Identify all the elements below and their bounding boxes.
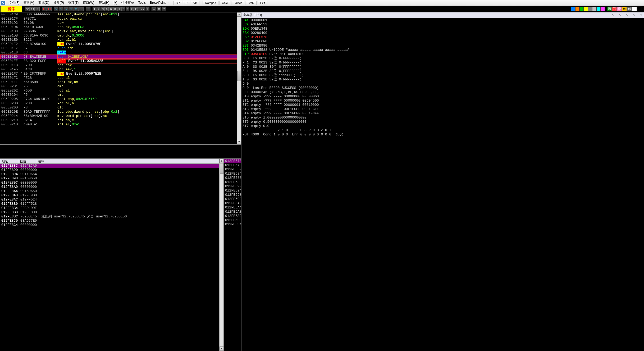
stack-line[interactable]: 012FE598012FE730	[224, 193, 241, 197]
dump-line[interactable]: 012FE8A8012FE9B0	[0, 193, 223, 198]
dump-line[interactable]: 012FE8C003A577E0	[0, 219, 223, 223]
color-palette[interactable]	[571, 7, 605, 11]
stack-pane[interactable]: 012FE57800160650012FE57C012FE62CUNICODE …	[224, 159, 241, 351]
menu-item[interactable]: 窗口(W)	[81, 0, 96, 5]
disasm-line[interactable]: 005E01DB66:81FA C63Ccmp dx,0x3CC6	[0, 34, 241, 38]
menu-button-vb[interactable]: VB	[191, 1, 200, 5]
column-address[interactable]: 地址	[0, 159, 18, 163]
cn-button[interactable]: 爱	[617, 7, 622, 11]
disasm-line[interactable]: 005E01E968 EA1CBD2Epush 0x2EBD1CEA	[0, 55, 241, 59]
toolbar-button-w[interactable]: w	[109, 7, 113, 11]
menu-item[interactable]: BreakPoint->	[148, 0, 171, 5]
dump-line[interactable]: 012FE88C012FECA0	[0, 164, 223, 168]
stack-line[interactable]: 012FE57800160650	[224, 159, 241, 163]
register-line[interactable]: EFL 00000246 (NO,NB,E,BE,NS,PE,GE,LE)	[241, 90, 644, 94]
toolbar-button-h[interactable]: h	[113, 7, 117, 11]
register-line[interactable]: EDI 03435588 UNICODE "aaaaa-aaaaa-aaaaa-…	[241, 48, 644, 52]
disasm-line[interactable]: 005E020B32D8xor bl,al	[0, 101, 241, 106]
chevron-left-icon[interactable]: <	[626, 13, 628, 17]
dump-line[interactable]: 012FE89400110654	[0, 172, 223, 176]
stack-line[interactable]: 012FE588012FEEE0	[224, 176, 241, 180]
stack-line[interactable]: 012FE5A400000000	[224, 206, 241, 210]
step-over-icon[interactable]: ↷	[59, 7, 63, 11]
dump-line[interactable]: 012FE89C00000000	[0, 181, 223, 185]
register-line[interactable]: ST7 empty 0.0	[241, 124, 644, 128]
goto-icon[interactable]: →	[79, 7, 84, 11]
disasm-line[interactable]: 005E01CF0FB7C1movzx eax,cx	[0, 17, 241, 21]
register-line[interactable]: EAX 00000001	[241, 18, 644, 22]
toolbar-button-k[interactable]: k	[126, 7, 130, 11]
disasm-line[interactable]: 005E01D80FB606movzx eax,byte ptr ds:[esi…	[0, 29, 241, 34]
disasm-line[interactable]: 005E021Bc0e0 e1shl al,0xe1	[0, 122, 241, 127]
trace-over-icon[interactable]: ⤷	[69, 7, 74, 11]
menu-button-p[interactable]: P	[183, 1, 190, 5]
cn-button[interactable]: 国	[607, 7, 612, 11]
blank-button[interactable]	[632, 7, 637, 11]
register-line[interactable]: O 0 LastErr ERROR_SUCCESS (00000000)	[241, 86, 644, 90]
register-line[interactable]: P 1 CS 0023 32位 0(FFFFFFFF)	[241, 61, 644, 65]
menu-item[interactable]: 查看(V)	[21, 0, 36, 5]
dump-line[interactable]: 012FE8BC7625BE45返回到 user32.7625BE45 来自 u…	[0, 215, 223, 219]
dump-line[interactable]: 012FE8B8012FE8D8	[0, 210, 223, 215]
scrollbar[interactable]: ▲ ▼	[237, 12, 241, 144]
step-icon[interactable]: ⇥	[86, 7, 90, 11]
toolbar-button-r[interactable]: r	[134, 7, 138, 11]
column-value[interactable]: 数值	[18, 159, 36, 163]
trace-into-icon[interactable]: ⤵	[64, 7, 68, 11]
chevron-left-icon[interactable]: <	[640, 13, 642, 17]
stack-line[interactable]: 012FE5B074C82949返回到 gdi32ful.74C82949 来自…	[224, 218, 241, 222]
toolbar-button-m[interactable]: m	[101, 7, 105, 11]
prev-icon[interactable]: ◄◄	[30, 7, 35, 11]
stack-line[interactable]: 012FE5940337DF00	[224, 189, 241, 193]
menu-button-folder[interactable]: Folder	[231, 1, 244, 5]
registers-pane[interactable]: 寄存器 (FPU) <<<<< EAX 00000001ECX F3EFF553…	[241, 12, 644, 351]
disasm-line[interactable]: 005E0205F7C4 69514E2Ctest esp,0x2C4E5169	[0, 97, 241, 101]
register-line[interactable]: A 0 SS 002B 32位 0(FFFFFFFF)	[241, 65, 644, 69]
disasm-line[interactable]: 005E01C98DB6 FFFFFFFFlea esi,dword ptr d…	[0, 12, 241, 17]
register-line[interactable]: ESP 012FE578	[241, 35, 644, 39]
disasm-line[interactable]: 005E01E757push edi	[0, 46, 241, 51]
disasm-line[interactable]: 005E020E8DAD FEFFFFFFlea ebp,dword ptr s…	[0, 110, 241, 114]
run-till-return-icon[interactable]: ↦	[74, 7, 79, 11]
blank-button[interactable]	[637, 7, 642, 11]
stack-line[interactable]: 012FE58400000030	[224, 172, 241, 176]
toolbar-button-t[interactable]: t	[105, 7, 109, 11]
disasm-line[interactable]: 005E01F3F7D0not eax	[0, 63, 241, 67]
disasm-line[interactable]: 005E0202F6D0not al	[0, 89, 241, 93]
cn-button[interactable]: 破	[622, 7, 627, 11]
dump-pane[interactable]: 地址 数值 注释 012FE88C012FECA0012FE8900000000…	[0, 159, 224, 351]
dump-line[interactable]: 012FE89000000000	[0, 168, 223, 172]
stack-line[interactable]: 012FE59000000001	[224, 184, 241, 189]
dump-line[interactable]: 012FE8A000000000	[0, 185, 223, 189]
disasm-line[interactable]: 005E0219D2E4shl ah,cl	[0, 118, 241, 122]
chevron-left-icon[interactable]: <	[612, 13, 614, 17]
stack-line[interactable]: 012FE5AC00000002	[224, 214, 241, 218]
toolbar-button-...[interactable]: ...	[138, 7, 145, 11]
menu-item[interactable]: Tools	[136, 0, 148, 5]
cn-button[interactable]: 吾	[612, 7, 617, 11]
close-icon[interactable]: ✕	[35, 7, 40, 11]
grid-icon[interactable]: ▦	[157, 7, 161, 11]
menu-item[interactable]: 快捷菜单	[119, 0, 136, 5]
disasm-line[interactable]: 005E0204F5cmc	[0, 93, 241, 97]
register-line[interactable]: EBX 00280400	[241, 31, 644, 35]
disasm-line[interactable]: 005E01E032C3xor al,bl	[0, 38, 241, 42]
scroll-up-icon[interactable]: ▲	[220, 159, 224, 163]
chevron-left-icon[interactable]: <	[633, 13, 635, 17]
disasm-line[interactable]: 005E021466:894425 00mov word ptr ss:[ebp…	[0, 114, 241, 118]
register-line[interactable]: ST0 empty -??? FFFF 00000060 00600060	[241, 94, 644, 99]
register-line[interactable]: ST6 empty 0.5000000000000000000	[241, 120, 644, 124]
disasm-line[interactable]: 005E01D466:1D C33Esbb ax,0x3EC3	[0, 25, 241, 29]
menu-item[interactable]: 帮助(H)	[97, 0, 112, 5]
chevron-left-icon[interactable]: <	[619, 13, 621, 17]
scroll-thumb[interactable]	[220, 163, 223, 174]
disasm-line[interactable]: 005E01E8C3retn	[0, 51, 241, 55]
dump-line[interactable]: 012FE8A400160650	[0, 189, 223, 193]
disasm-line[interactable]: 005E01F5D1C8ror eax,1	[0, 67, 241, 72]
dump-line[interactable]: 012FE8C400000000	[0, 223, 223, 227]
register-line[interactable]: ST2 empty -??? FFFF 00000001 00010000	[241, 103, 644, 107]
register-line[interactable]: EDX 00ED1348	[241, 27, 644, 31]
register-line[interactable]: S 0 FS 0053 32位 1199000(FFF)	[241, 73, 644, 78]
disasm-line[interactable]: 005E01EEE8 3201FCFFcall EverEdit.005A032…	[0, 59, 241, 63]
disasm-line[interactable]: 005E020DF8clc	[0, 106, 241, 110]
